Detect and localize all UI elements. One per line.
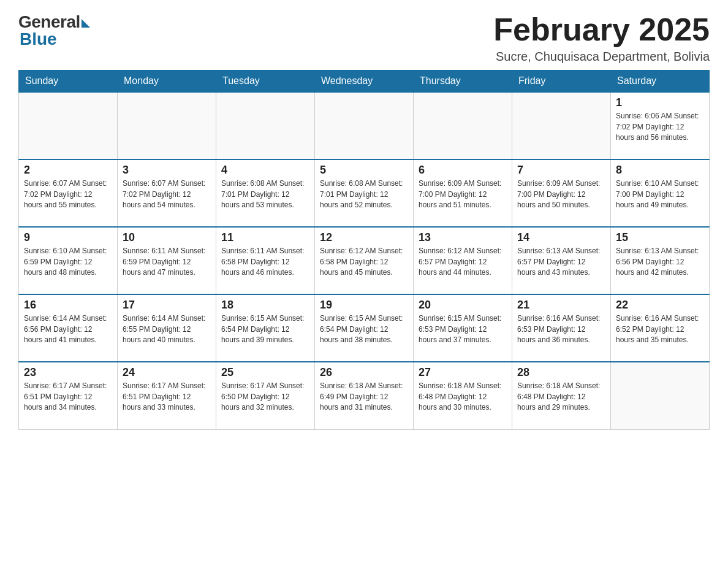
day-info: Sunrise: 6:10 AM Sunset: 6:59 PM Dayligh… [24,246,112,278]
day-number: 10 [123,231,211,244]
calendar-cell: 6Sunrise: 6:09 AM Sunset: 7:00 PM Daylig… [414,159,512,227]
week-row-5: 23Sunrise: 6:17 AM Sunset: 6:51 PM Dayli… [19,362,710,429]
title-block: February 2025 Sucre, Chuquisaca Departme… [493,12,710,64]
calendar-cell: 21Sunrise: 6:16 AM Sunset: 6:53 PM Dayli… [512,294,611,362]
day-number: 18 [221,299,309,312]
day-number: 22 [616,299,704,312]
calendar-cell: 24Sunrise: 6:17 AM Sunset: 6:51 PM Dayli… [118,362,216,429]
day-number: 6 [419,164,507,177]
calendar-cell: 10Sunrise: 6:11 AM Sunset: 6:59 PM Dayli… [118,227,216,294]
day-info: Sunrise: 6:16 AM Sunset: 6:52 PM Dayligh… [616,313,704,345]
day-info: Sunrise: 6:10 AM Sunset: 7:00 PM Dayligh… [616,178,704,210]
day-info: Sunrise: 6:16 AM Sunset: 6:53 PM Dayligh… [517,313,605,345]
day-number: 27 [419,366,507,379]
column-header-monday: Monday [118,71,216,93]
week-row-1: 1Sunrise: 6:06 AM Sunset: 7:02 PM Daylig… [19,92,710,159]
day-number: 15 [616,231,704,244]
calendar-cell: 22Sunrise: 6:16 AM Sunset: 6:52 PM Dayli… [611,294,710,362]
week-row-4: 16Sunrise: 6:14 AM Sunset: 6:56 PM Dayli… [19,294,710,362]
calendar-cell: 25Sunrise: 6:17 AM Sunset: 6:50 PM Dayli… [216,362,315,429]
logo-triangle-icon [82,19,90,28]
day-info: Sunrise: 6:14 AM Sunset: 6:55 PM Dayligh… [123,313,211,345]
day-number: 8 [616,164,704,177]
calendar-cell: 7Sunrise: 6:09 AM Sunset: 7:00 PM Daylig… [512,159,611,227]
calendar-cell: 26Sunrise: 6:18 AM Sunset: 6:49 PM Dayli… [315,362,414,429]
day-number: 24 [123,366,211,379]
day-info: Sunrise: 6:15 AM Sunset: 6:54 PM Dayligh… [221,313,309,345]
calendar-cell: 11Sunrise: 6:11 AM Sunset: 6:58 PM Dayli… [216,227,315,294]
calendar-cell: 23Sunrise: 6:17 AM Sunset: 6:51 PM Dayli… [19,362,118,429]
day-number: 2 [24,164,112,177]
day-info: Sunrise: 6:17 AM Sunset: 6:51 PM Dayligh… [24,381,112,413]
day-info: Sunrise: 6:18 AM Sunset: 6:48 PM Dayligh… [517,381,605,413]
calendar-cell [19,92,118,159]
calendar-cell: 27Sunrise: 6:18 AM Sunset: 6:48 PM Dayli… [414,362,512,429]
day-number: 14 [517,231,605,244]
calendar-cell: 28Sunrise: 6:18 AM Sunset: 6:48 PM Dayli… [512,362,611,429]
day-number: 5 [320,164,408,177]
calendar-cell: 14Sunrise: 6:13 AM Sunset: 6:57 PM Dayli… [512,227,611,294]
column-header-sunday: Sunday [19,71,118,93]
calendar-cell [118,92,216,159]
day-info: Sunrise: 6:15 AM Sunset: 6:53 PM Dayligh… [419,313,507,345]
day-number: 17 [123,299,211,312]
day-info: Sunrise: 6:12 AM Sunset: 6:57 PM Dayligh… [419,246,507,278]
day-number: 20 [419,299,507,312]
logo: General Blue [18,12,90,49]
day-info: Sunrise: 6:13 AM Sunset: 6:56 PM Dayligh… [616,246,704,278]
month-title: February 2025 [493,12,710,47]
calendar-cell [414,92,512,159]
day-info: Sunrise: 6:13 AM Sunset: 6:57 PM Dayligh… [517,246,605,278]
calendar-cell: 16Sunrise: 6:14 AM Sunset: 6:56 PM Dayli… [19,294,118,362]
page-header: General Blue February 2025 Sucre, Chuqui… [18,12,710,64]
day-info: Sunrise: 6:06 AM Sunset: 7:02 PM Dayligh… [616,111,704,143]
day-info: Sunrise: 6:15 AM Sunset: 6:54 PM Dayligh… [320,313,408,345]
day-number: 21 [517,299,605,312]
calendar-cell: 15Sunrise: 6:13 AM Sunset: 6:56 PM Dayli… [611,227,710,294]
calendar-cell: 5Sunrise: 6:08 AM Sunset: 7:01 PM Daylig… [315,159,414,227]
calendar-cell: 18Sunrise: 6:15 AM Sunset: 6:54 PM Dayli… [216,294,315,362]
day-info: Sunrise: 6:09 AM Sunset: 7:00 PM Dayligh… [517,178,605,210]
day-info: Sunrise: 6:18 AM Sunset: 6:48 PM Dayligh… [419,381,507,413]
column-header-wednesday: Wednesday [315,71,414,93]
calendar-cell: 17Sunrise: 6:14 AM Sunset: 6:55 PM Dayli… [118,294,216,362]
column-header-tuesday: Tuesday [216,71,315,93]
day-info: Sunrise: 6:18 AM Sunset: 6:49 PM Dayligh… [320,381,408,413]
calendar-cell: 2Sunrise: 6:07 AM Sunset: 7:02 PM Daylig… [19,159,118,227]
day-info: Sunrise: 6:17 AM Sunset: 6:50 PM Dayligh… [221,381,309,413]
calendar-cell [315,92,414,159]
day-number: 1 [616,96,704,109]
day-info: Sunrise: 6:09 AM Sunset: 7:00 PM Dayligh… [419,178,507,210]
calendar-cell: 13Sunrise: 6:12 AM Sunset: 6:57 PM Dayli… [414,227,512,294]
day-info: Sunrise: 6:14 AM Sunset: 6:56 PM Dayligh… [24,313,112,345]
day-info: Sunrise: 6:11 AM Sunset: 6:59 PM Dayligh… [123,246,211,278]
day-info: Sunrise: 6:07 AM Sunset: 7:02 PM Dayligh… [123,178,211,210]
day-number: 13 [419,231,507,244]
day-info: Sunrise: 6:07 AM Sunset: 7:02 PM Dayligh… [24,178,112,210]
day-number: 3 [123,164,211,177]
day-number: 16 [24,299,112,312]
column-header-saturday: Saturday [611,71,710,93]
day-info: Sunrise: 6:17 AM Sunset: 6:51 PM Dayligh… [123,381,211,413]
day-number: 26 [320,366,408,379]
calendar-table: SundayMondayTuesdayWednesdayThursdayFrid… [18,70,710,430]
day-info: Sunrise: 6:12 AM Sunset: 6:58 PM Dayligh… [320,246,408,278]
day-info: Sunrise: 6:08 AM Sunset: 7:01 PM Dayligh… [221,178,309,210]
calendar-cell: 12Sunrise: 6:12 AM Sunset: 6:58 PM Dayli… [315,227,414,294]
calendar-cell: 19Sunrise: 6:15 AM Sunset: 6:54 PM Dayli… [315,294,414,362]
calendar-cell [216,92,315,159]
day-number: 4 [221,164,309,177]
calendar-cell: 1Sunrise: 6:06 AM Sunset: 7:02 PM Daylig… [611,92,710,159]
day-info: Sunrise: 6:08 AM Sunset: 7:01 PM Dayligh… [320,178,408,210]
column-header-friday: Friday [512,71,611,93]
week-row-3: 9Sunrise: 6:10 AM Sunset: 6:59 PM Daylig… [19,227,710,294]
calendar-cell [512,92,611,159]
calendar-cell: 8Sunrise: 6:10 AM Sunset: 7:00 PM Daylig… [611,159,710,227]
day-number: 19 [320,299,408,312]
day-number: 28 [517,366,605,379]
day-number: 7 [517,164,605,177]
calendar-header-row: SundayMondayTuesdayWednesdayThursdayFrid… [19,71,710,93]
day-number: 9 [24,231,112,244]
calendar-cell [611,362,710,429]
logo-blue-text: Blue [20,29,57,49]
